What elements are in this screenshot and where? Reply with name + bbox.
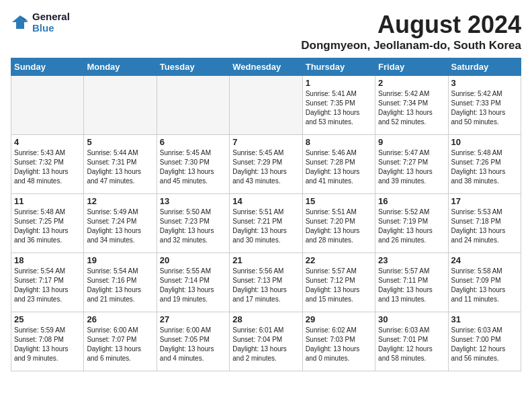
- day-info: Sunrise: 5:42 AM Sunset: 7:33 PM Dayligh…: [451, 89, 518, 127]
- calendar-subtitle: Dongmyeon, Jeollanam-do, South Korea: [301, 39, 521, 52]
- day-number: 13: [160, 196, 226, 206]
- day-number: 17: [451, 196, 518, 206]
- day-info: Sunrise: 5:57 AM Sunset: 7:11 PM Dayligh…: [378, 267, 445, 304]
- day-number: 11: [14, 196, 81, 206]
- day-info: Sunrise: 6:00 AM Sunset: 7:05 PM Dayligh…: [160, 326, 226, 363]
- day-info: Sunrise: 5:58 AM Sunset: 7:09 PM Dayligh…: [451, 267, 518, 304]
- calendar-cell: 18Sunrise: 5:54 AM Sunset: 7:17 PM Dayli…: [11, 253, 84, 312]
- day-number: 28: [232, 314, 299, 324]
- day-number: 27: [160, 314, 226, 324]
- day-number: 4: [14, 137, 81, 147]
- week-row-2: 4Sunrise: 5:43 AM Sunset: 7:32 PM Daylig…: [11, 135, 521, 194]
- day-number: 5: [87, 137, 153, 147]
- logo-text: General Blue: [32, 11, 70, 34]
- day-info: Sunrise: 5:45 AM Sunset: 7:29 PM Dayligh…: [232, 148, 299, 186]
- weekday-header-thursday: Thursday: [302, 58, 375, 76]
- weekday-header-monday: Monday: [84, 58, 157, 76]
- logo: General Blue: [11, 11, 70, 34]
- calendar-cell: 2Sunrise: 5:42 AM Sunset: 7:34 PM Daylig…: [375, 76, 448, 135]
- day-number: 24: [451, 255, 518, 265]
- day-info: Sunrise: 6:03 AM Sunset: 7:01 PM Dayligh…: [378, 326, 445, 363]
- day-info: Sunrise: 5:48 AM Sunset: 7:25 PM Dayligh…: [14, 208, 81, 245]
- calendar-cell: [230, 76, 302, 135]
- calendar-cell: 28Sunrise: 6:01 AM Sunset: 7:04 PM Dayli…: [230, 312, 302, 371]
- calendar-cell: 9Sunrise: 5:47 AM Sunset: 7:27 PM Daylig…: [375, 135, 448, 194]
- day-number: 12: [87, 196, 153, 206]
- day-number: 25: [14, 314, 81, 324]
- day-info: Sunrise: 5:48 AM Sunset: 7:26 PM Dayligh…: [451, 148, 518, 186]
- calendar-cell: 27Sunrise: 6:00 AM Sunset: 7:05 PM Dayli…: [157, 312, 229, 371]
- calendar-cell: 13Sunrise: 5:50 AM Sunset: 7:23 PM Dayli…: [157, 194, 229, 253]
- day-info: Sunrise: 5:44 AM Sunset: 7:31 PM Dayligh…: [87, 148, 153, 186]
- calendar-cell: 3Sunrise: 5:42 AM Sunset: 7:33 PM Daylig…: [448, 76, 521, 135]
- calendar-table: SundayMondayTuesdayWednesdayThursdayFrid…: [11, 58, 521, 371]
- week-row-1: 1Sunrise: 5:41 AM Sunset: 7:35 PM Daylig…: [11, 76, 521, 135]
- calendar-cell: 5Sunrise: 5:44 AM Sunset: 7:31 PM Daylig…: [84, 135, 157, 194]
- day-info: Sunrise: 6:02 AM Sunset: 7:03 PM Dayligh…: [306, 326, 372, 363]
- day-info: Sunrise: 5:52 AM Sunset: 7:19 PM Dayligh…: [378, 208, 445, 245]
- day-info: Sunrise: 5:41 AM Sunset: 7:35 PM Dayligh…: [306, 89, 372, 127]
- day-number: 22: [306, 255, 372, 265]
- day-info: Sunrise: 5:55 AM Sunset: 7:14 PM Dayligh…: [160, 267, 226, 304]
- day-number: 20: [160, 255, 226, 265]
- calendar-cell: [157, 76, 229, 135]
- day-number: 23: [378, 255, 445, 265]
- week-row-4: 18Sunrise: 5:54 AM Sunset: 7:17 PM Dayli…: [11, 253, 521, 312]
- day-info: Sunrise: 6:03 AM Sunset: 7:00 PM Dayligh…: [451, 326, 518, 363]
- calendar-cell: 31Sunrise: 6:03 AM Sunset: 7:00 PM Dayli…: [448, 312, 521, 371]
- day-number: 14: [232, 196, 299, 206]
- day-info: Sunrise: 5:51 AM Sunset: 7:20 PM Dayligh…: [306, 208, 372, 245]
- calendar-cell: 22Sunrise: 5:57 AM Sunset: 7:12 PM Dayli…: [302, 253, 375, 312]
- calendar-cell: 29Sunrise: 6:02 AM Sunset: 7:03 PM Dayli…: [302, 312, 375, 371]
- calendar-cell: 30Sunrise: 6:03 AM Sunset: 7:01 PM Dayli…: [375, 312, 448, 371]
- calendar-cell: [11, 76, 84, 135]
- calendar-cell: 24Sunrise: 5:58 AM Sunset: 7:09 PM Dayli…: [448, 253, 521, 312]
- day-info: Sunrise: 6:00 AM Sunset: 7:07 PM Dayligh…: [87, 326, 153, 363]
- day-info: Sunrise: 5:56 AM Sunset: 7:13 PM Dayligh…: [232, 267, 299, 304]
- day-info: Sunrise: 5:59 AM Sunset: 7:08 PM Dayligh…: [14, 326, 81, 363]
- day-number: 30: [378, 314, 445, 324]
- title-block: August 2024 Dongmyeon, Jeollanam-do, Sou…: [301, 11, 521, 52]
- calendar-cell: 19Sunrise: 5:54 AM Sunset: 7:16 PM Dayli…: [84, 253, 157, 312]
- day-number: 1: [306, 78, 372, 88]
- weekday-header-tuesday: Tuesday: [157, 58, 229, 76]
- day-number: 3: [451, 78, 518, 88]
- day-number: 21: [232, 255, 299, 265]
- day-number: 26: [87, 314, 153, 324]
- day-number: 16: [378, 196, 445, 206]
- day-number: 15: [306, 196, 372, 206]
- logo-icon: [11, 13, 30, 32]
- day-number: 2: [378, 78, 445, 88]
- day-info: Sunrise: 5:42 AM Sunset: 7:34 PM Dayligh…: [378, 89, 445, 127]
- day-info: Sunrise: 5:53 AM Sunset: 7:18 PM Dayligh…: [451, 208, 518, 245]
- weekday-header-saturday: Saturday: [448, 58, 521, 76]
- calendar-cell: 6Sunrise: 5:45 AM Sunset: 7:30 PM Daylig…: [157, 135, 229, 194]
- calendar-cell: 25Sunrise: 5:59 AM Sunset: 7:08 PM Dayli…: [11, 312, 84, 371]
- calendar-cell: 7Sunrise: 5:45 AM Sunset: 7:29 PM Daylig…: [230, 135, 302, 194]
- calendar-title: August 2024: [301, 11, 521, 39]
- day-info: Sunrise: 5:46 AM Sunset: 7:28 PM Dayligh…: [306, 148, 372, 186]
- page-header: General Blue August 2024 Dongmyeon, Jeol…: [11, 11, 521, 52]
- day-number: 8: [306, 137, 372, 147]
- day-info: Sunrise: 5:47 AM Sunset: 7:27 PM Dayligh…: [378, 148, 445, 186]
- calendar-cell: 21Sunrise: 5:56 AM Sunset: 7:13 PM Dayli…: [230, 253, 302, 312]
- week-row-5: 25Sunrise: 5:59 AM Sunset: 7:08 PM Dayli…: [11, 312, 521, 371]
- weekday-header-row: SundayMondayTuesdayWednesdayThursdayFrid…: [11, 58, 521, 76]
- day-info: Sunrise: 5:54 AM Sunset: 7:16 PM Dayligh…: [87, 267, 153, 304]
- day-info: Sunrise: 5:43 AM Sunset: 7:32 PM Dayligh…: [14, 148, 81, 186]
- calendar-cell: 8Sunrise: 5:46 AM Sunset: 7:28 PM Daylig…: [302, 135, 375, 194]
- calendar-cell: 14Sunrise: 5:51 AM Sunset: 7:21 PM Dayli…: [230, 194, 302, 253]
- calendar-cell: 12Sunrise: 5:49 AM Sunset: 7:24 PM Dayli…: [84, 194, 157, 253]
- weekday-header-wednesday: Wednesday: [230, 58, 302, 76]
- calendar-cell: 11Sunrise: 5:48 AM Sunset: 7:25 PM Dayli…: [11, 194, 84, 253]
- day-number: 31: [451, 314, 518, 324]
- day-number: 18: [14, 255, 81, 265]
- calendar-cell: 4Sunrise: 5:43 AM Sunset: 7:32 PM Daylig…: [11, 135, 84, 194]
- day-info: Sunrise: 5:45 AM Sunset: 7:30 PM Dayligh…: [160, 148, 226, 186]
- week-row-3: 11Sunrise: 5:48 AM Sunset: 7:25 PM Dayli…: [11, 194, 521, 253]
- day-number: 7: [232, 137, 299, 147]
- weekday-header-friday: Friday: [375, 58, 448, 76]
- calendar-cell: 26Sunrise: 6:00 AM Sunset: 7:07 PM Dayli…: [84, 312, 157, 371]
- day-info: Sunrise: 5:54 AM Sunset: 7:17 PM Dayligh…: [14, 267, 81, 304]
- calendar-cell: 23Sunrise: 5:57 AM Sunset: 7:11 PM Dayli…: [375, 253, 448, 312]
